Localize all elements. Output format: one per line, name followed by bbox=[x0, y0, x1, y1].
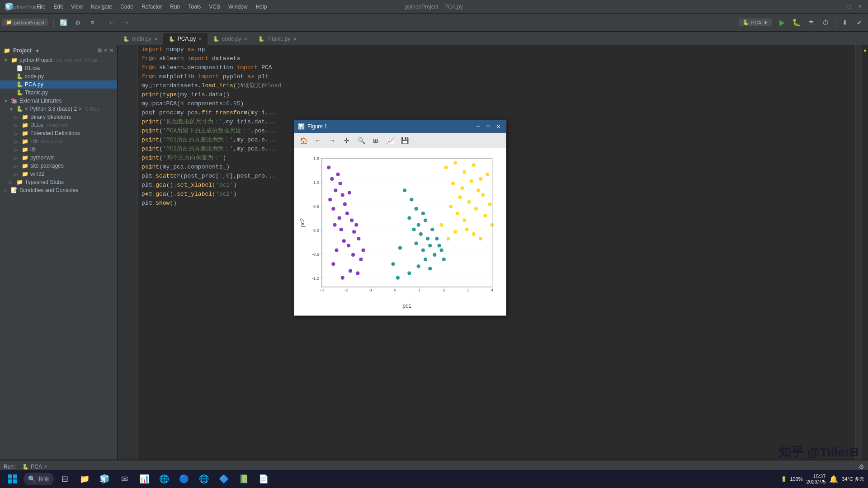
profile-button[interactable]: ⏱ bbox=[819, 16, 832, 29]
sidebar-close-icon[interactable]: ✕ bbox=[109, 47, 113, 54]
svg-rect-115 bbox=[8, 474, 12, 479]
pycharm-taskbar-button[interactable]: 🧊 bbox=[95, 470, 113, 488]
sidebar-titanic-py[interactable]: 🐍 Titanic.py bbox=[0, 89, 117, 97]
browser-button[interactable]: 🔵 bbox=[175, 470, 193, 488]
structure-button[interactable]: ≡ bbox=[86, 16, 99, 29]
notification-button[interactable]: 🔔 bbox=[829, 475, 838, 483]
pca-py-close[interactable]: ✕ bbox=[198, 37, 202, 42]
sidebar-code-py[interactable]: 🐍 code.py bbox=[0, 72, 117, 80]
menu-run[interactable]: Run bbox=[166, 3, 184, 11]
titanic-py-close[interactable]: ✕ bbox=[293, 37, 297, 42]
sidebar-pythonwin[interactable]: ▷ 📁 pythonwin bbox=[0, 154, 117, 162]
root-chevron: ▼ bbox=[4, 58, 9, 63]
settings-button[interactable]: ⚙ bbox=[71, 16, 84, 29]
git-commit-button[interactable]: ✔ bbox=[853, 16, 866, 29]
forward-button[interactable]: → bbox=[120, 16, 132, 29]
window-title: pythonProject – PCA.py bbox=[405, 4, 462, 10]
figure-forward-button[interactable]: → bbox=[326, 134, 339, 147]
git-update-button[interactable]: ⬇ bbox=[839, 16, 851, 29]
svg-point-47 bbox=[348, 191, 351, 194]
menu-edit[interactable]: Edit bbox=[50, 3, 66, 11]
explorer-button[interactable]: 📁 bbox=[75, 470, 94, 488]
figure-configure-button[interactable]: ⊞ bbox=[369, 134, 382, 147]
code-py-close[interactable]: ✕ bbox=[244, 37, 247, 42]
figure-back-button[interactable]: ← bbox=[311, 134, 324, 147]
menu-refactor[interactable]: Refactor bbox=[138, 3, 165, 11]
sidebar-binary-skeletons[interactable]: ▷ 📁 Binary Skeletons bbox=[0, 113, 117, 121]
menu-navigate[interactable]: Navigate bbox=[87, 3, 116, 11]
sidebar-layout-icon[interactable]: ≡ bbox=[104, 47, 107, 54]
tab-titanic-py[interactable]: 🐍 Titanic.py ✕ bbox=[253, 33, 302, 45]
figure-edit-lines-button[interactable]: 📈 bbox=[384, 134, 396, 147]
tab-code-py[interactable]: 🐍 code.py ✕ bbox=[208, 33, 253, 45]
svg-point-89 bbox=[453, 161, 457, 164]
mail-button[interactable]: ✉ bbox=[115, 470, 133, 488]
project-root-item[interactable]: ▼ 📁 pythonProject sources root, C:\Use..… bbox=[0, 56, 117, 64]
sidebar-01-csv[interactable]: 📄 01.csv bbox=[0, 64, 117, 72]
ext-defs-chevron: ▷ bbox=[14, 131, 20, 136]
menu-view[interactable]: View bbox=[67, 3, 86, 11]
sidebar-extended-defs[interactable]: ▷ 📁 Extended Definitions bbox=[0, 129, 117, 137]
py-env-label: < Python 3.8 (base) 2 > bbox=[25, 106, 81, 112]
sidebar-lib2[interactable]: ▷ 📁 lib bbox=[0, 145, 117, 154]
menu-code[interactable]: Code bbox=[117, 3, 137, 11]
figure-home-button[interactable]: 🏠 bbox=[297, 134, 310, 147]
figure-maximize-button[interactable]: □ bbox=[484, 122, 492, 131]
sidebar-typeshed[interactable]: ▷ 📁 Typeshed Stubs bbox=[0, 178, 117, 186]
run-config-badge-close[interactable]: ✕ bbox=[44, 464, 47, 469]
project-sidebar: 📁 Project ▼ ⚙ ≡ ✕ ▼ 📁 pythonProject sour… bbox=[0, 45, 118, 460]
powerpoint-button[interactable]: 📊 bbox=[135, 470, 153, 488]
sidebar-scratches[interactable]: ▷ 📝 Scratches and Consoles bbox=[0, 186, 117, 194]
sidebar-pca-py[interactable]: 🐍 PCA.py bbox=[0, 80, 117, 89]
figure-zoom-button[interactable]: 🔍 bbox=[355, 134, 368, 147]
figure-minimize-button[interactable]: ─ bbox=[474, 122, 482, 131]
figure-app-icon: 📊 bbox=[298, 123, 305, 130]
back-button[interactable]: ← bbox=[105, 16, 118, 29]
edge-button[interactable]: 🌐 bbox=[155, 470, 173, 488]
coverage-button[interactable]: ☂ bbox=[805, 16, 817, 29]
sync-button[interactable]: 🔄 bbox=[57, 16, 70, 29]
y-axis-label: pc2 bbox=[299, 218, 306, 227]
word-button[interactable]: 📄 bbox=[255, 470, 273, 488]
sidebar-site-packages[interactable]: ▷ 📁 site-packages bbox=[0, 162, 117, 170]
project-header[interactable]: 📁 Project ▼ ⚙ ≡ ✕ bbox=[0, 45, 117, 56]
debug-button[interactable]: 🐛 bbox=[790, 16, 803, 29]
menu-window[interactable]: Window bbox=[225, 3, 251, 11]
project-selector[interactable]: 📁 pythonProject bbox=[2, 19, 48, 26]
pycharm2-button[interactable]: 🔷 bbox=[215, 470, 233, 488]
svg-point-57 bbox=[349, 269, 352, 272]
ie-button[interactable]: 🌐 bbox=[195, 470, 213, 488]
math-py-close[interactable]: ✕ bbox=[154, 37, 158, 42]
tab-math-py[interactable]: 🐍 math.py ✕ bbox=[118, 33, 163, 45]
sidebar-lib[interactable]: ▷ 📁 Lib library root bbox=[0, 137, 117, 145]
run-config-badge[interactable]: 🐍 PCA ✕ bbox=[19, 463, 51, 471]
run-button[interactable]: ▶ bbox=[776, 16, 788, 29]
warning-indicator: ▲ bbox=[862, 47, 868, 52]
sidebar-settings-icon[interactable]: ⚙ bbox=[97, 47, 102, 54]
line-content-10: print('PCA后留下的主成分数据尺度：',pos... bbox=[138, 127, 275, 136]
task-view-button[interactable]: ⊟ bbox=[56, 470, 74, 488]
menu-tools[interactable]: Tools bbox=[184, 3, 204, 11]
menu-help[interactable]: Help bbox=[252, 3, 271, 11]
figure-pan-button[interactable]: ✛ bbox=[340, 134, 353, 147]
search-bar[interactable]: 🔍 搜索 bbox=[24, 473, 54, 485]
figure-save-button[interactable]: 💾 bbox=[398, 134, 411, 147]
maximize-button[interactable]: □ bbox=[845, 3, 853, 10]
menu-vcs[interactable]: VCS bbox=[205, 3, 224, 11]
figure-close-button[interactable]: ✕ bbox=[494, 122, 502, 131]
sidebar-external-libs[interactable]: ▼ 📚 External Libraries bbox=[0, 97, 117, 105]
tab-pca-py[interactable]: 🐍 PCA.py ✕ bbox=[163, 33, 208, 45]
sidebar-dlls[interactable]: ▷ 📁 DLLs library root bbox=[0, 121, 117, 129]
line-num-18: 18 bbox=[138, 199, 156, 208]
sidebar-python-env[interactable]: ▼ 🐍 < Python 3.8 (base) 2 > C:\Use... bbox=[0, 105, 117, 113]
sidebar-win32[interactable]: ▷ 📁 win32 bbox=[0, 170, 117, 178]
svg-point-82 bbox=[428, 267, 432, 270]
menu-file[interactable]: File bbox=[33, 3, 49, 11]
settings-gear-icon[interactable]: ⚙ bbox=[859, 463, 864, 470]
excel-button[interactable]: 📗 bbox=[235, 470, 253, 488]
svg-point-50 bbox=[342, 239, 346, 243]
run-config-selector[interactable]: 🐍 PCA ▼ bbox=[739, 19, 772, 26]
minimize-button[interactable]: ─ bbox=[835, 3, 842, 10]
close-button[interactable]: ✕ bbox=[856, 3, 863, 10]
start-button[interactable] bbox=[4, 470, 22, 488]
